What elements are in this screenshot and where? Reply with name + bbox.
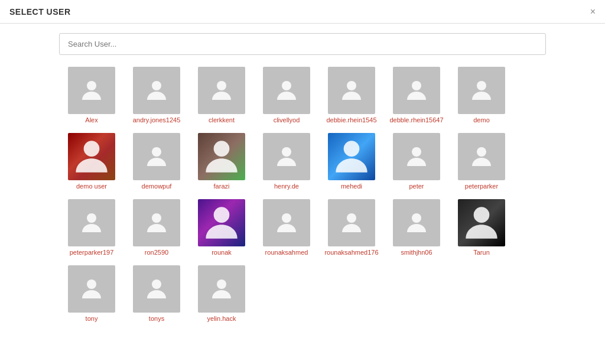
svg-point-11 [344,141,360,157]
user-name: clerkkent [209,116,235,124]
user-avatar-img [458,199,505,246]
svg-point-10 [282,147,291,157]
user-name: mehedi [341,183,362,190]
svg-point-12 [412,147,421,157]
user-item[interactable]: farazi [189,131,254,192]
user-avatar-placeholder [198,67,245,114]
svg-point-1 [152,81,161,90]
svg-point-18 [347,213,356,223]
svg-point-15 [152,213,161,223]
svg-point-5 [412,81,421,90]
svg-point-21 [87,280,96,289]
modal-title: SELECT USER [9,7,71,17]
user-name: debble.rhein15647 [389,116,443,124]
user-item[interactable]: henry.de [254,131,319,192]
svg-point-7 [84,141,100,157]
user-avatar-img [198,133,245,180]
svg-point-23 [217,280,226,289]
user-item[interactable]: Tarun [449,197,514,258]
user-item[interactable]: clerkkent [189,64,254,126]
user-item[interactable]: ron2590 [124,197,189,258]
user-avatar-placeholder [328,67,375,114]
user-avatar-placeholder [458,133,505,180]
user-item[interactable]: peterparker197 [59,197,124,258]
user-avatar-placeholder [133,133,180,180]
user-name: peterparker197 [70,249,114,256]
user-avatar-img [198,199,245,246]
user-avatar-placeholder [393,67,440,114]
user-avatar-placeholder [133,67,180,114]
svg-point-4 [347,81,356,90]
user-name: clivellyod [274,116,300,124]
search-input[interactable] [59,33,546,55]
user-name: demowpuf [142,183,172,190]
user-name: henry.de [274,183,299,190]
user-avatar-img [68,133,115,180]
user-name: Tarun [473,249,490,256]
user-name: demo [473,116,490,124]
user-name: farazi [214,183,230,190]
user-avatar-placeholder [198,265,245,313]
user-item[interactable]: tonys [124,263,189,324]
user-item[interactable]: Alex [59,64,124,126]
svg-point-22 [152,280,161,289]
user-item[interactable]: debbie.rhein1545 [319,64,384,126]
svg-point-13 [477,147,486,157]
user-item[interactable]: rounaksahmed [254,197,319,258]
user-avatar-placeholder [458,67,505,114]
user-item[interactable]: peter [384,131,449,192]
user-avatar-placeholder [68,67,115,114]
user-item[interactable]: smithjhn06 [384,197,449,258]
svg-point-9 [214,141,230,157]
user-name: tony [86,315,98,322]
user-item[interactable]: rounaksahmed176 [319,197,384,258]
user-name: smithjhn06 [401,249,432,256]
svg-point-14 [87,213,96,223]
modal-body: Alex andry.jones1245 clerkkent clivellyo… [0,24,605,334]
user-avatar-placeholder [133,199,180,246]
user-avatar-placeholder [393,133,440,180]
user-name: rounaksahmed176 [324,249,378,256]
svg-point-2 [217,81,226,90]
user-item[interactable]: demowpuf [124,131,189,192]
user-name: demo user [76,183,107,190]
user-item[interactable]: debble.rhein15647 [384,64,449,126]
user-name: yelin.hack [207,315,236,322]
user-avatar-placeholder [263,199,310,246]
svg-point-3 [282,81,291,90]
user-item[interactable]: tony [59,263,124,324]
svg-point-16 [214,207,230,223]
user-name: peterparker [465,183,498,190]
user-avatar-placeholder [68,265,115,313]
users-grid: Alex andry.jones1245 clerkkent clivellyo… [59,64,546,324]
close-button[interactable]: × [590,7,596,17]
user-item[interactable]: mehedi [319,131,384,192]
user-avatar-placeholder [328,199,375,246]
svg-point-19 [412,213,421,223]
user-name: Alex [85,116,97,124]
svg-point-20 [474,207,490,223]
user-avatar-placeholder [133,265,180,313]
user-name: rounak [212,249,232,256]
user-item[interactable]: clivellyod [254,64,319,126]
user-name: debbie.rhein1545 [326,116,376,124]
svg-point-17 [282,213,291,223]
user-item[interactable]: andry.jones1245 [124,64,189,126]
user-name: tonys [149,315,164,322]
user-item[interactable]: demo user [59,131,124,192]
user-item[interactable]: demo [449,64,514,126]
svg-point-0 [87,81,96,90]
user-avatar-placeholder [393,199,440,246]
user-name: rounaksahmed [265,249,308,256]
user-name: peter [409,183,424,190]
user-avatar-img [328,133,375,180]
user-avatar-placeholder [263,67,310,114]
svg-point-6 [477,81,486,90]
user-name: ron2590 [145,249,168,256]
modal-header: SELECT USER × [0,0,605,24]
user-item[interactable]: rounak [189,197,254,258]
user-avatar-placeholder [68,199,115,246]
user-item[interactable]: yelin.hack [189,263,254,324]
svg-point-8 [152,147,161,157]
user-item[interactable]: peterparker [449,131,514,192]
